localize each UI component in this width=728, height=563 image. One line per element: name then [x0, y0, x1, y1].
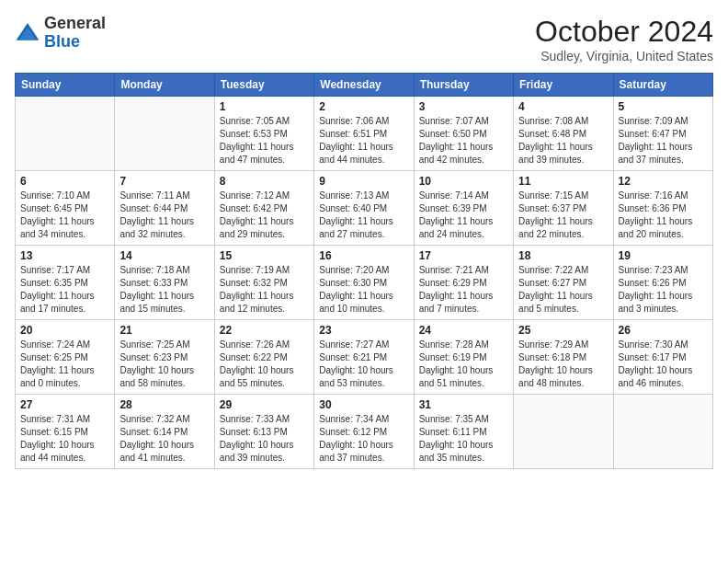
calendar-cell: 19Sunrise: 7:23 AMSunset: 6:26 PMDayligh…	[613, 246, 712, 320]
day-number: 10	[419, 175, 508, 188]
calendar-cell: 20Sunrise: 7:24 AMSunset: 6:25 PMDayligh…	[16, 320, 115, 395]
calendar-cell: 13Sunrise: 7:17 AMSunset: 6:35 PMDayligh…	[16, 246, 115, 320]
calendar-cell: 12Sunrise: 7:16 AMSunset: 6:36 PMDayligh…	[613, 171, 712, 246]
calendar-cell: 21Sunrise: 7:25 AMSunset: 6:23 PMDayligh…	[115, 320, 214, 395]
calendar-cell	[16, 97, 115, 171]
calendar-cell: 24Sunrise: 7:28 AMSunset: 6:19 PMDayligh…	[414, 320, 513, 395]
day-info: Sunrise: 7:28 AMSunset: 6:19 PMDaylight:…	[419, 339, 508, 390]
day-info: Sunrise: 7:27 AMSunset: 6:21 PMDaylight:…	[319, 339, 408, 390]
calendar-cell: 30Sunrise: 7:34 AMSunset: 6:12 PMDayligh…	[314, 395, 414, 469]
calendar-week-3: 13Sunrise: 7:17 AMSunset: 6:35 PMDayligh…	[16, 246, 713, 320]
day-info: Sunrise: 7:15 AMSunset: 6:37 PMDaylight:…	[518, 190, 608, 241]
calendar-cell	[514, 395, 613, 469]
location-subtitle: Sudley, Virginia, United States	[535, 49, 713, 63]
day-number: 20	[20, 324, 109, 337]
day-number: 24	[419, 324, 508, 337]
calendar-cell: 4Sunrise: 7:08 AMSunset: 6:48 PMDaylight…	[514, 97, 613, 171]
calendar-cell: 3Sunrise: 7:07 AMSunset: 6:50 PMDaylight…	[414, 97, 513, 171]
calendar-cell: 23Sunrise: 7:27 AMSunset: 6:21 PMDayligh…	[314, 320, 414, 395]
calendar-cell: 26Sunrise: 7:30 AMSunset: 6:17 PMDayligh…	[613, 320, 712, 395]
calendar-cell: 18Sunrise: 7:22 AMSunset: 6:27 PMDayligh…	[514, 246, 613, 320]
calendar-cell: 14Sunrise: 7:18 AMSunset: 6:33 PMDayligh…	[115, 246, 214, 320]
day-number: 25	[518, 324, 608, 337]
logo-text: General Blue	[44, 15, 106, 52]
day-info: Sunrise: 7:35 AMSunset: 6:11 PMDaylight:…	[419, 413, 508, 465]
calendar-cell: 9Sunrise: 7:13 AMSunset: 6:40 PMDaylight…	[314, 171, 414, 246]
calendar-cell: 15Sunrise: 7:19 AMSunset: 6:32 PMDayligh…	[214, 246, 313, 320]
page-header: General Blue October 2024 Sudley, Virgin…	[15, 15, 713, 63]
calendar-cell: 27Sunrise: 7:31 AMSunset: 6:15 PMDayligh…	[16, 395, 115, 469]
day-number: 18	[518, 249, 608, 262]
day-info: Sunrise: 7:12 AMSunset: 6:42 PMDaylight:…	[220, 190, 309, 241]
day-number: 15	[220, 249, 309, 262]
day-number: 22	[220, 324, 309, 337]
weekday-header-sunday: Sunday	[16, 74, 115, 97]
day-number: 16	[319, 249, 408, 262]
day-number: 7	[119, 175, 209, 188]
day-info: Sunrise: 7:19 AMSunset: 6:32 PMDaylight:…	[220, 264, 309, 316]
day-info: Sunrise: 7:26 AMSunset: 6:22 PMDaylight:…	[220, 339, 309, 390]
calendar-week-1: 1Sunrise: 7:05 AMSunset: 6:53 PMDaylight…	[16, 97, 713, 171]
day-number: 11	[518, 175, 608, 188]
calendar-cell: 6Sunrise: 7:10 AMSunset: 6:45 PMDaylight…	[16, 171, 115, 246]
day-info: Sunrise: 7:10 AMSunset: 6:45 PMDaylight:…	[20, 190, 109, 241]
day-info: Sunrise: 7:18 AMSunset: 6:33 PMDaylight:…	[119, 264, 209, 316]
day-number: 14	[119, 249, 209, 262]
day-info: Sunrise: 7:24 AMSunset: 6:25 PMDaylight:…	[20, 339, 109, 390]
day-info: Sunrise: 7:13 AMSunset: 6:40 PMDaylight:…	[319, 190, 408, 241]
day-info: Sunrise: 7:23 AMSunset: 6:26 PMDaylight:…	[619, 264, 708, 316]
day-number: 19	[619, 249, 708, 262]
day-number: 13	[20, 249, 109, 262]
day-info: Sunrise: 7:29 AMSunset: 6:18 PMDaylight:…	[518, 339, 608, 390]
day-number: 6	[20, 175, 109, 188]
calendar-cell: 16Sunrise: 7:20 AMSunset: 6:30 PMDayligh…	[314, 246, 414, 320]
day-number: 28	[119, 398, 209, 411]
calendar-cell	[613, 395, 712, 469]
calendar-week-2: 6Sunrise: 7:10 AMSunset: 6:45 PMDaylight…	[16, 171, 713, 246]
calendar-cell: 22Sunrise: 7:26 AMSunset: 6:22 PMDayligh…	[214, 320, 313, 395]
day-number: 23	[319, 324, 408, 337]
day-number: 5	[619, 100, 708, 113]
logo-icon	[15, 20, 40, 46]
calendar-cell: 31Sunrise: 7:35 AMSunset: 6:11 PMDayligh…	[414, 395, 513, 469]
calendar-cell: 7Sunrise: 7:11 AMSunset: 6:44 PMDaylight…	[115, 171, 214, 246]
day-info: Sunrise: 7:17 AMSunset: 6:35 PMDaylight:…	[20, 264, 109, 316]
day-info: Sunrise: 7:32 AMSunset: 6:14 PMDaylight:…	[119, 413, 209, 465]
day-info: Sunrise: 7:21 AMSunset: 6:29 PMDaylight:…	[419, 264, 508, 316]
day-number: 17	[419, 249, 508, 262]
day-info: Sunrise: 7:34 AMSunset: 6:12 PMDaylight:…	[319, 413, 408, 465]
day-number: 26	[619, 324, 708, 337]
calendar-cell: 17Sunrise: 7:21 AMSunset: 6:29 PMDayligh…	[414, 246, 513, 320]
day-info: Sunrise: 7:31 AMSunset: 6:15 PMDaylight:…	[20, 413, 109, 465]
day-number: 30	[319, 398, 408, 411]
calendar-week-4: 20Sunrise: 7:24 AMSunset: 6:25 PMDayligh…	[16, 320, 713, 395]
day-info: Sunrise: 7:25 AMSunset: 6:23 PMDaylight:…	[119, 339, 209, 390]
day-number: 21	[119, 324, 209, 337]
day-number: 27	[20, 398, 109, 411]
day-number: 3	[419, 100, 508, 113]
calendar-cell: 5Sunrise: 7:09 AMSunset: 6:47 PMDaylight…	[613, 97, 712, 171]
day-number: 12	[619, 175, 708, 188]
day-info: Sunrise: 7:09 AMSunset: 6:47 PMDaylight:…	[619, 115, 708, 167]
weekday-header-tuesday: Tuesday	[214, 74, 313, 97]
day-number: 2	[319, 100, 408, 113]
day-info: Sunrise: 7:14 AMSunset: 6:39 PMDaylight:…	[419, 190, 508, 241]
day-info: Sunrise: 7:33 AMSunset: 6:13 PMDaylight:…	[220, 413, 309, 465]
day-info: Sunrise: 7:16 AMSunset: 6:36 PMDaylight:…	[619, 190, 708, 241]
day-info: Sunrise: 7:05 AMSunset: 6:53 PMDaylight:…	[220, 115, 309, 167]
day-number: 29	[220, 398, 309, 411]
calendar-cell: 28Sunrise: 7:32 AMSunset: 6:14 PMDayligh…	[115, 395, 214, 469]
day-info: Sunrise: 7:30 AMSunset: 6:17 PMDaylight:…	[619, 339, 708, 390]
day-number: 31	[419, 398, 508, 411]
day-number: 1	[220, 100, 309, 113]
day-info: Sunrise: 7:06 AMSunset: 6:51 PMDaylight:…	[319, 115, 408, 167]
month-title: October 2024	[535, 15, 713, 49]
calendar-cell: 2Sunrise: 7:06 AMSunset: 6:51 PMDaylight…	[314, 97, 414, 171]
weekday-header-wednesday: Wednesday	[314, 74, 414, 97]
day-number: 4	[518, 100, 608, 113]
calendar-cell: 29Sunrise: 7:33 AMSunset: 6:13 PMDayligh…	[214, 395, 313, 469]
calendar-week-5: 27Sunrise: 7:31 AMSunset: 6:15 PMDayligh…	[16, 395, 713, 469]
title-area: October 2024 Sudley, Virginia, United St…	[535, 15, 713, 63]
calendar-cell: 10Sunrise: 7:14 AMSunset: 6:39 PMDayligh…	[414, 171, 513, 246]
day-info: Sunrise: 7:11 AMSunset: 6:44 PMDaylight:…	[119, 190, 209, 241]
